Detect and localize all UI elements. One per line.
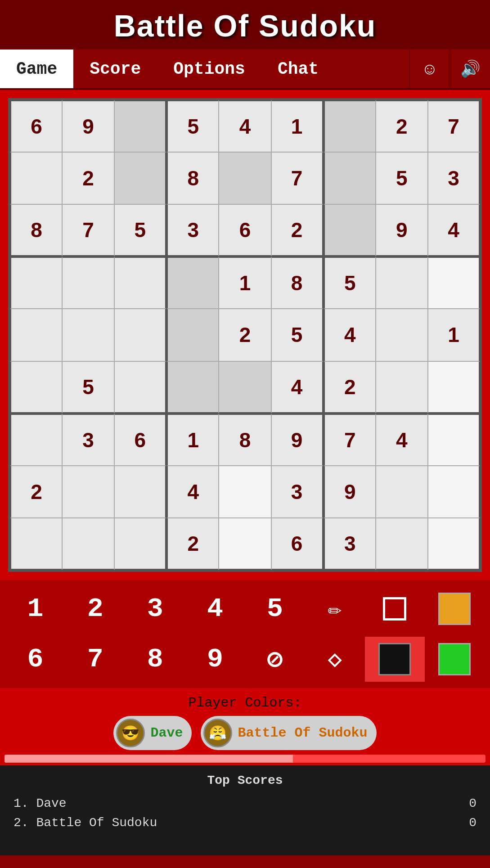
cell-3-0[interactable] <box>10 256 62 309</box>
cell-7-2[interactable] <box>114 466 166 518</box>
cell-7-4[interactable] <box>219 466 271 518</box>
cell-8-4[interactable] <box>219 518 271 570</box>
cell-3-1[interactable] <box>62 256 114 309</box>
tab-score[interactable]: Score <box>73 49 157 88</box>
cell-1-0[interactable] <box>10 152 62 204</box>
cell-5-5[interactable]: 4 <box>271 361 324 414</box>
cancel-button[interactable]: ⊘ <box>245 637 305 682</box>
square-button[interactable] <box>365 586 425 631</box>
cell-7-0[interactable]: 2 <box>10 466 62 518</box>
cell-2-5[interactable]: 2 <box>271 204 324 256</box>
cell-1-2[interactable] <box>114 152 166 204</box>
emoji-button[interactable]: ☺ <box>409 49 450 88</box>
cell-4-2[interactable] <box>114 309 166 361</box>
cell-2-6[interactable] <box>324 204 376 256</box>
cell-5-2[interactable] <box>114 361 166 414</box>
cell-4-4[interactable]: 2 <box>219 309 271 361</box>
cell-1-8[interactable]: 3 <box>428 152 480 204</box>
cell-6-5[interactable]: 9 <box>271 414 324 466</box>
cell-6-6[interactable]: 7 <box>324 414 376 466</box>
fill-button[interactable]: ◇ <box>305 637 365 682</box>
cell-7-3[interactable]: 4 <box>166 466 219 518</box>
tab-game[interactable]: Game <box>0 49 73 88</box>
cell-5-6[interactable]: 2 <box>324 361 376 414</box>
cell-1-4[interactable] <box>219 152 271 204</box>
cell-2-2[interactable]: 5 <box>114 204 166 256</box>
cell-8-5[interactable]: 6 <box>271 518 324 570</box>
cell-2-0[interactable]: 8 <box>10 204 62 256</box>
cell-0-0[interactable]: 6 <box>10 100 62 152</box>
cell-8-7[interactable] <box>376 518 428 570</box>
cell-8-0[interactable] <box>10 518 62 570</box>
cell-2-1[interactable]: 7 <box>62 204 114 256</box>
cell-0-3[interactable]: 5 <box>166 100 219 152</box>
cell-6-3[interactable]: 1 <box>166 414 219 466</box>
cell-6-0[interactable] <box>10 414 62 466</box>
black-swatch[interactable] <box>365 637 425 682</box>
cell-8-2[interactable] <box>114 518 166 570</box>
cell-4-8[interactable]: 1 <box>428 309 480 361</box>
orange-swatch[interactable] <box>425 586 485 631</box>
cell-6-2[interactable]: 6 <box>114 414 166 466</box>
numpad-3[interactable]: 3 <box>125 586 185 631</box>
numpad-6[interactable]: 6 <box>5 637 65 682</box>
tab-options[interactable]: Options <box>157 49 261 88</box>
cell-1-1[interactable]: 2 <box>62 152 114 204</box>
cell-3-7[interactable] <box>376 256 428 309</box>
cell-5-1[interactable]: 5 <box>62 361 114 414</box>
cell-4-3[interactable] <box>166 309 219 361</box>
cell-0-7[interactable]: 2 <box>376 100 428 152</box>
cell-0-4[interactable]: 4 <box>219 100 271 152</box>
cell-5-7[interactable] <box>376 361 428 414</box>
cell-2-3[interactable]: 3 <box>166 204 219 256</box>
pencil-button[interactable]: ✏ <box>305 586 365 631</box>
cell-7-5[interactable]: 3 <box>271 466 324 518</box>
cell-3-6[interactable]: 5 <box>324 256 376 309</box>
cell-2-4[interactable]: 6 <box>219 204 271 256</box>
cell-1-3[interactable]: 8 <box>166 152 219 204</box>
cell-8-8[interactable] <box>428 518 480 570</box>
numpad-2[interactable]: 2 <box>65 586 125 631</box>
cell-6-4[interactable]: 8 <box>219 414 271 466</box>
cell-0-2[interactable] <box>114 100 166 152</box>
cell-3-5[interactable]: 8 <box>271 256 324 309</box>
cell-4-0[interactable] <box>10 309 62 361</box>
cell-8-3[interactable]: 2 <box>166 518 219 570</box>
cell-0-8[interactable]: 7 <box>428 100 480 152</box>
cell-1-6[interactable] <box>324 152 376 204</box>
numpad-5[interactable]: 5 <box>245 586 305 631</box>
cell-4-5[interactable]: 5 <box>271 309 324 361</box>
cell-0-6[interactable] <box>324 100 376 152</box>
numpad-9[interactable]: 9 <box>185 637 245 682</box>
cell-7-6[interactable]: 9 <box>324 466 376 518</box>
cell-5-0[interactable] <box>10 361 62 414</box>
cell-5-3[interactable] <box>166 361 219 414</box>
cell-1-7[interactable]: 5 <box>376 152 428 204</box>
cell-2-7[interactable]: 9 <box>376 204 428 256</box>
cell-5-8[interactable] <box>428 361 480 414</box>
cell-3-2[interactable] <box>114 256 166 309</box>
green-swatch[interactable] <box>425 637 485 682</box>
cell-3-3[interactable] <box>166 256 219 309</box>
cell-7-1[interactable] <box>62 466 114 518</box>
numpad-4[interactable]: 4 <box>185 586 245 631</box>
cell-4-6[interactable]: 4 <box>324 309 376 361</box>
tab-chat[interactable]: Chat <box>261 49 335 88</box>
cell-7-8[interactable] <box>428 466 480 518</box>
cell-8-6[interactable]: 3 <box>324 518 376 570</box>
cell-6-8[interactable] <box>428 414 480 466</box>
numpad-7[interactable]: 7 <box>65 637 125 682</box>
cell-3-8[interactable] <box>428 256 480 309</box>
cell-5-4[interactable] <box>219 361 271 414</box>
cell-3-4[interactable]: 1 <box>219 256 271 309</box>
cell-0-1[interactable]: 9 <box>62 100 114 152</box>
sound-button[interactable]: 🔊 <box>450 49 490 88</box>
cell-0-5[interactable]: 1 <box>271 100 324 152</box>
cell-4-7[interactable] <box>376 309 428 361</box>
cell-8-1[interactable] <box>62 518 114 570</box>
numpad-8[interactable]: 8 <box>125 637 185 682</box>
cell-6-7[interactable]: 4 <box>376 414 428 466</box>
cell-7-7[interactable] <box>376 466 428 518</box>
cell-1-5[interactable]: 7 <box>271 152 324 204</box>
numpad-1[interactable]: 1 <box>5 586 65 631</box>
